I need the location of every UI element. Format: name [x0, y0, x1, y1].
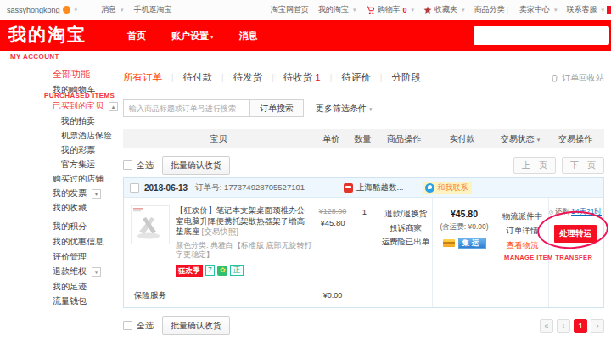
annotation-my-account: MY ACCOUNT [10, 53, 59, 60]
next-page-button[interactable]: 下一页 [562, 157, 604, 174]
topbar-seller-center-link[interactable]: 卖家中心 [519, 4, 558, 15]
cart-icon [366, 6, 375, 14]
sidebar-item-shops-visited[interactable]: 购买过的店铺 [53, 173, 104, 185]
sidebar-item-review-management[interactable]: 评价管理 [53, 251, 87, 263]
column-header-ops: 交易操作 [547, 133, 604, 145]
trade-status-cell: 物流派件中 订单详情 查看物流 [496, 198, 548, 307]
topbar-categories-link[interactable]: 商品分类 [474, 4, 505, 15]
sidebar-item-auction[interactable]: 我的拍卖 [61, 115, 95, 127]
insurance-service-price: ¥0.00 [316, 291, 350, 300]
pagination-current-page[interactable]: 1 [574, 319, 587, 333]
column-header-qty: 数量 [348, 133, 378, 145]
product-cell: 【狂欢价】笔记本支架桌面颈椎办公室电脑升降便携托架散热器架子增高垫底座[交易快照… [124, 198, 316, 283]
expand-down-icon[interactable]: ▾ [92, 189, 101, 199]
carnival-badge: 狂欢季 [176, 265, 203, 277]
column-header-status[interactable]: 交易状态 [494, 133, 547, 145]
tab-pending-shipment[interactable]: 待发货 [233, 71, 263, 84]
order-item-row: 【狂欢价】笔记本支架桌面颈椎办公室电脑升降便携托架散热器架子增高垫底座[交易快照… [124, 198, 432, 283]
order-date: 2018-06-13 [144, 183, 188, 193]
batch-confirm-receipt-button[interactable]: 批量确认收货 [162, 156, 230, 175]
item-operations-cell: 退款/退换货 投诉商家 运费险已出单 [379, 198, 432, 283]
cart-count: 0 [403, 6, 407, 14]
order-checkbox[interactable] [130, 183, 139, 193]
refund-link[interactable]: 退款/退换货 [379, 207, 432, 221]
header-search-input[interactable] [474, 26, 609, 45]
sidebar-item-invoices[interactable]: 我的发票▾ [53, 188, 101, 199]
batch-actions-top: 全选 批量确认收货 上一页 下一页 [123, 155, 604, 175]
quantity-cell: 1 [350, 198, 379, 283]
pagination-first-button[interactable]: « [540, 319, 553, 333]
pagination-prev-button[interactable]: ‹ [557, 319, 570, 333]
seven-day-return-badge: 7 [205, 265, 216, 276]
trade-snapshot-link[interactable]: [交易快照] [202, 227, 238, 236]
order-card: 2018-06-13 订单号: 177374928705527101 上海酷越数… [123, 177, 604, 308]
order-search-input[interactable] [123, 99, 250, 117]
sidebar-item-refund-rights[interactable]: 退款维权▾ [53, 266, 101, 277]
order-tabs: 所有订单 | 待付款 | 待发货 | 待收货1 | 待评价 | 分阶段 订单回收… [123, 71, 604, 84]
sidebar-item-points[interactable]: 我的积分 [53, 221, 87, 232]
complain-seller-link[interactable]: 投诉商家 [379, 221, 432, 236]
column-header-item: 宝贝 [123, 133, 314, 145]
shop-link[interactable]: 上海酷越数... [344, 182, 403, 193]
sidebar-item-data-wallet[interactable]: 流量钱包 [53, 295, 87, 307]
laptop-stand-image [132, 206, 169, 244]
pagination-next-button[interactable]: › [591, 319, 604, 333]
charity-flower-icon: ✿ [217, 266, 227, 276]
logistics-status: 物流派件中 [496, 209, 548, 223]
current-price: ¥45.80 [316, 218, 350, 227]
contact-seller-button[interactable]: 和我联系 [423, 182, 472, 194]
annotation-purchased-items: PURCHASED ITEMS [44, 92, 115, 99]
tab-pending-review[interactable]: 待评价 [341, 71, 371, 84]
nav-messages[interactable]: 消息 [239, 30, 258, 42]
order-header: 2018-06-13 订单号: 177374928705527101 上海酷越数… [124, 178, 603, 198]
tab-pending-receipt[interactable]: 待收货1 [283, 71, 321, 84]
batch-actions-bottom: 全选 批量确认收货 « ‹ 1 › [123, 316, 604, 335]
topbar-edge-icon [607, 6, 611, 14]
topbar-my-taobao-link[interactable]: 我的淘宝 [318, 4, 356, 15]
insurance-service-label: 保险服务 [124, 290, 316, 301]
shipping-insurance-issued[interactable]: 运费险已出单 [379, 235, 432, 249]
sidebar-item-travel-insurance[interactable]: 机票酒店保险 [61, 130, 112, 142]
product-title[interactable]: 【狂欢价】笔记本支架桌面颈椎办公室电脑升降便携托架散热器架子增高垫底座 [176, 205, 305, 236]
more-filters-link[interactable]: 更多筛选条件 [316, 103, 373, 115]
sidebar-item-lottery[interactable]: 我的彩票 [61, 144, 95, 156]
sidebar-item-footprints[interactable]: 我的足迹 [53, 281, 87, 293]
topbar-home-link[interactable]: 淘宝网首页 [271, 4, 309, 15]
select-all-label: 全选 [137, 320, 154, 332]
column-header-item-ops: 商品操作 [378, 133, 430, 145]
tab-all-orders[interactable]: 所有订单 [123, 71, 162, 84]
topbar-favorites-link[interactable]: 收藏夹 [423, 4, 465, 15]
pending-receipt-count: 1 [315, 72, 320, 82]
trash-icon [551, 74, 558, 82]
collapse-up-icon[interactable]: ▴ [109, 102, 118, 111]
order-search-button[interactable]: 订单搜索 [250, 99, 304, 117]
original-price: ¥128.00 [316, 207, 350, 216]
nav-home[interactable]: 首页 [127, 30, 146, 42]
divider: | [380, 73, 383, 82]
product-image[interactable] [131, 205, 170, 244]
batch-confirm-receipt-button[interactable]: 批量确认收货 [162, 316, 230, 335]
tab-pending-payment[interactable]: 待付款 [183, 71, 213, 84]
select-all-checkbox[interactable] [123, 321, 132, 330]
topbar-mobile-taobao[interactable]: 手机逛淘宝 [134, 4, 172, 15]
annotation-manage-transfer: MANAGE ITEM TRANSFER [504, 254, 611, 261]
consolidated-shipping-badge: 集运 [458, 238, 486, 249]
nav-account-settings[interactable]: 账户设置 [171, 30, 214, 42]
order-recycle-bin[interactable]: 订单回收站 [551, 72, 604, 84]
divider: | [221, 73, 224, 82]
topbar-customer-service-link[interactable]: 联系客服 [566, 4, 604, 15]
prev-page-button[interactable]: 上一页 [513, 157, 556, 174]
divider: | [171, 73, 174, 82]
paid-amount-cell: ¥45.80 (含运费: ¥0.00) 集运 [432, 198, 496, 307]
expand-down-icon[interactable]: ▾ [92, 267, 101, 277]
topbar-cart-link[interactable]: 购物车0 [366, 4, 415, 15]
insurance-service-row: 保险服务 ¥0.00 [124, 283, 432, 307]
divider: | [330, 73, 333, 82]
sidebar-item-official-consolidation[interactable]: 官方集运 [61, 159, 95, 171]
select-all-checkbox[interactable] [123, 160, 132, 170]
sidebar-item-purchased[interactable]: 已买到的宝贝▴ [53, 100, 118, 112]
tab-staged[interactable]: 分阶段 [391, 71, 421, 84]
sidebar-item-coupons[interactable]: 我的优惠信息 [53, 236, 104, 248]
sidebar-title: 全部功能 [53, 68, 90, 81]
sidebar-item-favorites[interactable]: 我的收藏 [53, 202, 87, 214]
